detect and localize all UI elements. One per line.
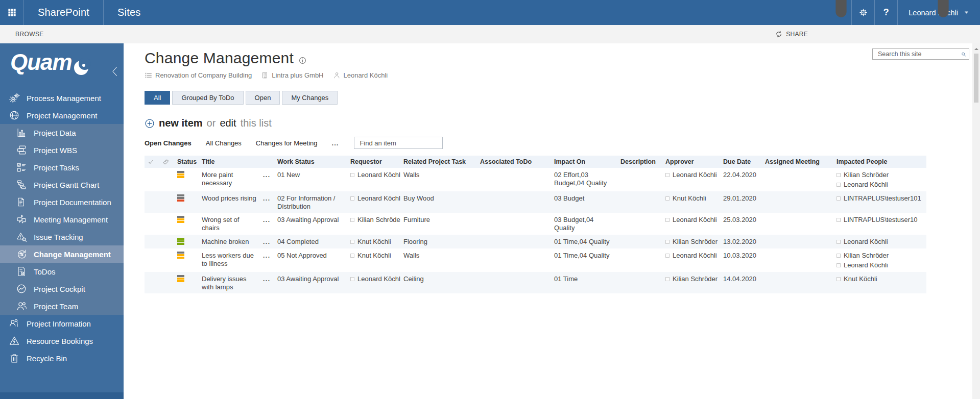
- person-name: Kilian Schröder: [673, 275, 718, 283]
- column-header-dots[interactable]: [260, 156, 274, 168]
- sidebar-item-project-management[interactable]: Project Management: [0, 107, 124, 124]
- sidebar-item-project-team[interactable]: Project Team: [0, 297, 124, 315]
- tab-grouped-by-todo[interactable]: Grouped By ToDo: [172, 91, 243, 105]
- share-button[interactable]: SHARE: [775, 30, 808, 38]
- cell-dots[interactable]: ...: [260, 213, 274, 235]
- sidebar-item-project-documentation[interactable]: Project Documentation: [0, 193, 124, 211]
- sidebar-item-resource-bookings[interactable]: Resource Bookings: [0, 332, 124, 350]
- context-renovation-of-company-building[interactable]: Renovation of Company Building: [145, 71, 252, 79]
- vertical-scrollbar[interactable]: [972, 43, 980, 399]
- cell-dots[interactable]: ...: [260, 191, 274, 213]
- cell-sel[interactable]: [145, 191, 160, 213]
- sidebar-item-label: Change Management: [34, 250, 111, 259]
- sidebar-collapse-button[interactable]: [110, 60, 120, 83]
- find-item-input[interactable]: [358, 139, 450, 147]
- person-kilian-schr-der: Kilian Schröder: [350, 216, 397, 224]
- column-header-title[interactable]: Title: [199, 156, 260, 168]
- table-row[interactable]: Wood prices rising...02 For Information …: [145, 191, 926, 213]
- sidebar-item-recycle-bin[interactable]: Recycle Bin: [0, 350, 124, 367]
- info-icon[interactable]: [299, 57, 306, 64]
- table-row[interactable]: More paint necessary...01 NewLeonard Köc…: [145, 168, 926, 191]
- presence-indicator: [665, 218, 670, 222]
- item-menu-button[interactable]: ...: [263, 171, 271, 179]
- sharepoint-brand-link[interactable]: SharePoint: [24, 0, 104, 25]
- tab-all[interactable]: All: [145, 91, 170, 105]
- site-search-input[interactable]: [877, 50, 961, 58]
- table-row[interactable]: Wrong set of chairs...03 Awaiting Approv…: [145, 213, 926, 235]
- sidebar: Quam Process ManagementProject Managemen…: [0, 43, 124, 399]
- search-icon[interactable]: [961, 51, 966, 58]
- sidebar-item-project-wbs[interactable]: Project WBS: [0, 141, 124, 159]
- tab-open[interactable]: Open: [246, 91, 280, 105]
- context-leonard-k-chli[interactable]: Leonard Köchli: [333, 71, 388, 79]
- scroll-thumb[interactable]: [974, 54, 978, 103]
- people-info-icon: [9, 318, 20, 329]
- cell-sel[interactable]: [145, 168, 160, 191]
- column-header-related_task[interactable]: Related Project Task: [400, 156, 477, 168]
- item-menu-button[interactable]: ...: [263, 216, 271, 223]
- page-title: Change Management: [145, 49, 294, 67]
- views-more-button[interactable]: ...: [332, 139, 339, 147]
- column-header-work_status[interactable]: Work Status: [274, 156, 347, 168]
- cell-dots[interactable]: ...: [260, 248, 274, 272]
- column-header-approver[interactable]: Approver: [662, 156, 720, 168]
- item-menu-button[interactable]: ...: [263, 276, 271, 283]
- sites-link[interactable]: Sites: [104, 0, 154, 25]
- cell-dots[interactable]: ...: [260, 168, 274, 191]
- views-row: Open ChangesAll ChangesChanges for Meeti…: [145, 137, 980, 149]
- presence-indicator: [836, 263, 841, 267]
- bar-chart-icon: [16, 127, 27, 138]
- view-changes-for-meeting[interactable]: Changes for Meeting: [256, 139, 318, 147]
- table-row[interactable]: Machine broken...04 CompletedKnut Köchli…: [145, 235, 926, 248]
- table-row[interactable]: Less workers due to illness...05 Not App…: [145, 248, 926, 272]
- column-header-status[interactable]: Status: [174, 156, 199, 168]
- view-all-changes[interactable]: All Changes: [206, 139, 242, 147]
- tab-my-changes[interactable]: My Changes: [282, 91, 338, 105]
- new-item-link[interactable]: new item: [159, 117, 203, 129]
- person-leonard-k-chli: Leonard Köchli: [350, 194, 397, 203]
- sidebar-item-project-gantt-chart[interactable]: Project Gantt Chart: [0, 176, 124, 193]
- sidebar-item-process-management[interactable]: Process Management: [0, 89, 124, 107]
- cell-sel[interactable]: [145, 248, 160, 272]
- quam-logo[interactable]: Quam: [0, 43, 124, 75]
- column-header-requestor[interactable]: Requestor: [347, 156, 400, 168]
- scroll-up-arrow[interactable]: [974, 46, 978, 50]
- browse-tab[interactable]: BROWSE: [0, 31, 44, 38]
- quam-logo-moon-icon: [74, 61, 88, 75]
- column-header-impact_on[interactable]: Impact On: [551, 156, 617, 168]
- column-header-description[interactable]: Description: [617, 156, 662, 168]
- item-menu-button[interactable]: ...: [263, 252, 271, 259]
- sidebar-item-project-cockpit[interactable]: Project Cockpit: [0, 280, 124, 297]
- sidebar-item-change-management[interactable]: Change Management: [0, 245, 124, 263]
- column-header-impacted_people[interactable]: Impacted People: [833, 156, 926, 168]
- context-lintra-plus-gmbh[interactable]: Lintra plus GmbH: [261, 71, 323, 79]
- cell-sel[interactable]: [145, 235, 160, 248]
- sidebar-item-issue-tracking[interactable]: Issue Tracking: [0, 228, 124, 245]
- cell-approver: Kilian Schröder: [662, 235, 720, 248]
- cell-dots[interactable]: ...: [260, 235, 274, 248]
- item-menu-button[interactable]: ...: [263, 195, 271, 202]
- cell-sel[interactable]: [145, 272, 160, 294]
- column-header-associated_todo[interactable]: Associated ToDo: [477, 156, 551, 168]
- cell-sel[interactable]: [145, 213, 160, 235]
- sidebar-item-meeting-management[interactable]: Meeting Management: [0, 211, 124, 228]
- view-tabs: AllGrouped By ToDoOpenMy Changes: [145, 91, 980, 105]
- column-header-attach[interactable]: [160, 156, 174, 168]
- person-kilian-schr-der: Kilian Schröder: [836, 252, 923, 260]
- view-open-changes[interactable]: Open Changes: [145, 139, 192, 147]
- item-menu-button[interactable]: ...: [263, 238, 271, 245]
- sidebar-item-project-tasks[interactable]: Project Tasks: [0, 159, 124, 176]
- column-header-due_date[interactable]: Due Date: [720, 156, 762, 168]
- table-row[interactable]: Delivery issues with lamps...03 Awaiting…: [145, 272, 926, 294]
- cell-dots[interactable]: ...: [260, 272, 274, 294]
- edit-list-link[interactable]: edit: [220, 117, 236, 129]
- sidebar-item-project-information[interactable]: Project Information: [0, 315, 124, 332]
- sidebar-item-todos[interactable]: ToDos: [0, 263, 124, 280]
- app-launcher-button[interactable]: [0, 0, 24, 25]
- sidebar-item-project-data[interactable]: Project Data: [0, 124, 124, 141]
- column-header-sel[interactable]: [145, 156, 160, 168]
- list-icon: [145, 71, 152, 79]
- person-name: Leonard Köchli: [673, 252, 717, 260]
- column-header-assigned_meeting[interactable]: Assigned Meeting: [762, 156, 833, 168]
- plus-icon[interactable]: [145, 118, 155, 129]
